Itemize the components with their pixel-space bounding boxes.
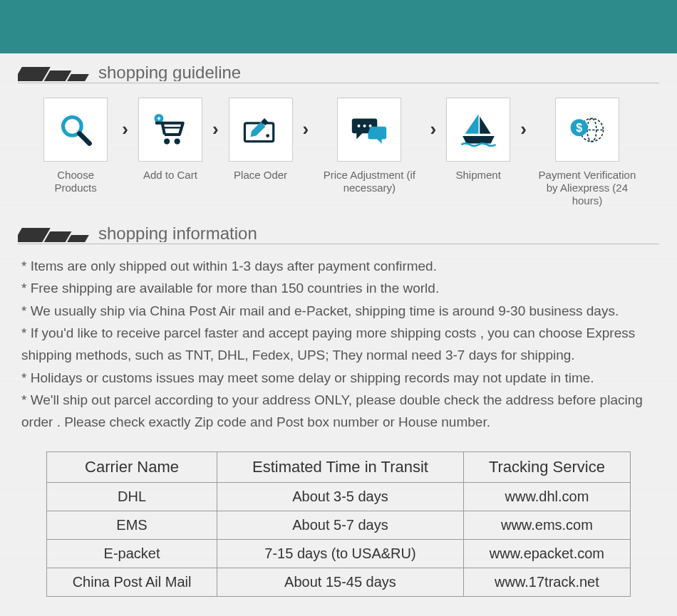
cell-tracking: www.dhl.com <box>463 482 630 511</box>
step-shipment: Shipment <box>446 98 510 182</box>
cell-carrier: EMS <box>47 511 217 539</box>
note-item: * Items are only shipped out within 1-3 … <box>21 255 656 277</box>
dollar-globe-icon: $ <box>567 110 608 150</box>
cell-carrier: DHL <box>47 482 217 511</box>
notes-block: * Items are only shipped out within 1-3 … <box>18 244 659 444</box>
cart-icon-box <box>138 98 202 162</box>
note-item: * Free shipping are available for more t… <box>21 277 656 299</box>
step-choose-products: Choose Products <box>39 98 112 194</box>
table-row: China Post Ail Mail About 15-45 days www… <box>47 568 631 596</box>
table-row: DHL About 3-5 days www.dhl.com <box>47 482 631 511</box>
payment-icon-box: $ <box>555 98 619 162</box>
note-item: * We'll ship out parcel according to you… <box>21 389 656 434</box>
ship-icon-box <box>446 98 510 162</box>
step-label: Shipment <box>455 169 500 182</box>
order-icon-box <box>229 98 293 162</box>
cell-tracking: www.17track.net <box>463 568 630 596</box>
note-item: * We usually ship via China Post Air mai… <box>21 300 656 322</box>
step-payment-verification: $ Payment Verification by Aliexpress (24… <box>537 98 638 207</box>
cell-time: About 3-5 days <box>217 482 464 511</box>
cell-time: 7-15 days (to USA&RU) <box>217 539 464 568</box>
step-label: Add to Cart <box>143 169 197 182</box>
svg-point-12 <box>266 134 269 137</box>
chevron-icon: › <box>112 98 138 160</box>
chat-icon <box>348 110 390 150</box>
chevron-icon: › <box>293 98 319 160</box>
cell-carrier: China Post Ail Mail <box>47 568 217 596</box>
svg-line-1 <box>79 133 89 143</box>
svg-point-13 <box>358 124 361 127</box>
note-item: * If you'd like to receive parcel faster… <box>21 322 656 367</box>
svg-point-8 <box>175 138 180 144</box>
step-label: Price Adjustment (if necessary) <box>319 169 420 194</box>
table-row: E-packet 7-15 days (to USA&RU) www.epack… <box>47 539 631 568</box>
cell-tracking: www.epacket.com <box>463 539 630 568</box>
svg-line-5 <box>162 122 165 134</box>
top-banner <box>0 0 677 53</box>
cart-icon <box>150 110 191 150</box>
cell-time: About 5-7 days <box>217 511 464 539</box>
note-item: * Holidays or customs issues may meet so… <box>21 367 656 389</box>
header-stripes <box>18 67 88 81</box>
section-header-info: shopping information <box>18 214 659 242</box>
chevron-icon: › <box>420 98 446 160</box>
step-place-order: Place Oder <box>229 98 293 182</box>
th-tracking: Tracking Service <box>463 451 630 482</box>
th-carrier: Carrier Name <box>47 451 217 482</box>
steps-row: Choose Products › Add to Cart › <box>18 83 659 214</box>
svg-text:$: $ <box>576 120 582 133</box>
sailboat-icon <box>459 110 498 150</box>
step-label: Place Oder <box>234 169 287 182</box>
price-icon-box <box>337 98 401 162</box>
magnifier-icon <box>56 110 95 150</box>
step-price-adjustment: Price Adjustment (if necessary) <box>319 98 420 194</box>
section-header-guideline: shopping guideline <box>18 53 659 81</box>
step-add-to-cart: Add to Cart <box>138 98 202 182</box>
section-title-guideline: shopping guideline <box>98 64 241 81</box>
step-label: Choose Products <box>39 169 112 194</box>
choose-products-icon-box <box>43 98 108 162</box>
svg-point-7 <box>164 138 170 144</box>
cell-time: About 15-45 days <box>217 568 464 596</box>
svg-point-14 <box>363 124 366 127</box>
cell-carrier: E-packet <box>47 539 217 568</box>
chevron-icon: › <box>510 98 537 160</box>
step-label: Payment Verification by Aliexpress (24 h… <box>537 169 638 207</box>
shipping-table: Carrier Name Estimated Time in Transit T… <box>46 451 631 597</box>
th-time: Estimated Time in Transit <box>217 451 464 482</box>
header-stripes <box>18 228 88 242</box>
svg-marker-17 <box>480 116 490 133</box>
table-row: EMS About 5-7 days www.ems.com <box>47 511 631 539</box>
svg-marker-16 <box>465 114 478 134</box>
section-title-info: shopping information <box>98 225 257 242</box>
cell-tracking: www.ems.com <box>463 511 630 539</box>
content-area: shopping guideline Choose Products › <box>0 53 677 611</box>
chevron-icon: › <box>202 98 229 160</box>
table-header-row: Carrier Name Estimated Time in Transit T… <box>47 451 631 482</box>
pencil-check-icon <box>240 110 281 150</box>
